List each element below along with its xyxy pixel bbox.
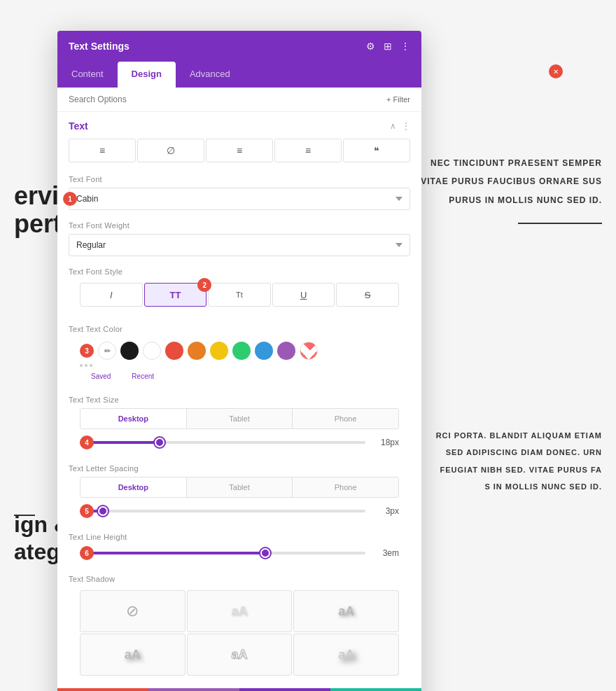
text-font-weight-group: Text Font Weight Regular Bold Light <box>57 216 421 262</box>
color-labels-row: Saved Recent <box>69 371 410 384</box>
shadow-none-btn[interactable]: ⊘ <box>80 590 186 632</box>
recent-colors-label[interactable]: Recent <box>132 372 154 380</box>
bg-text-bottom-right: RCI PORTA. BLANDIT ALIQUAM ETIAM SED ADI… <box>436 427 602 495</box>
line-height-slider-row: 3em 6 <box>69 545 410 564</box>
badge-6: 6 <box>80 546 94 560</box>
section-title: Text <box>69 120 88 132</box>
style-buttons-row: I TT 2 Tt U S <box>69 280 410 314</box>
bold-tt-btn[interactable]: TT 2 <box>144 283 207 307</box>
text-color-label: Text Text Color <box>69 325 410 333</box>
shadow-dark-btn[interactable]: aA <box>80 634 186 676</box>
undo-button[interactable]: ↺ <box>148 688 239 691</box>
panel-footer: ✕ ↺ ↻ ✓ <box>57 688 421 691</box>
phone-tab-spacing[interactable]: Phone <box>293 477 398 497</box>
panel-title: Text Settings <box>69 41 130 52</box>
desktop-tab-size[interactable]: Desktop <box>80 409 187 428</box>
color-purple[interactable] <box>277 342 295 360</box>
search-input[interactable] <box>69 95 386 104</box>
line-height-group: Text Line Height 3em 6 <box>57 527 421 569</box>
shadow-medium-btn[interactable]: aA <box>293 590 399 632</box>
letter-spacing-label: Text Letter Spacing <box>69 464 410 473</box>
tab-content[interactable]: Content <box>57 62 118 88</box>
italic-btn[interactable]: I <box>80 283 143 307</box>
color-yellow[interactable] <box>210 342 228 360</box>
letter-spacing-device-tabs: Desktop Tablet Phone <box>80 477 399 498</box>
color-swatches-row: 3 ✏ <box>69 337 410 363</box>
align-none-btn[interactable]: ∅ <box>137 139 204 162</box>
strikethrough-btn[interactable]: S <box>336 283 399 307</box>
tab-advanced[interactable]: Advanced <box>176 62 244 88</box>
text-font-label: Text Font <box>69 175 410 183</box>
letter-spacing-thumb[interactable] <box>98 506 108 516</box>
color-red[interactable] <box>165 342 183 360</box>
text-size-group: Text Text Size Desktop Tablet Phone 18px… <box>57 390 421 459</box>
shadow-options-grid: ⊘ aA aA aA aA aA <box>69 587 410 683</box>
desktop-tab-spacing[interactable]: Desktop <box>80 477 187 497</box>
text-font-select[interactable]: Cabin Arial Georgia <box>69 188 410 210</box>
expand-icon[interactable]: ⊞ <box>384 41 392 52</box>
more-icon[interactable]: ⋮ <box>400 41 410 52</box>
shadow-outline-btn[interactable]: aA <box>187 634 293 676</box>
text-font-weight-label: Text Font Weight <box>69 221 410 230</box>
panel-tabs: Content Design Advanced <box>57 62 421 88</box>
align-list-btn[interactable]: ≡ <box>206 139 273 162</box>
underline-btn[interactable]: U <box>272 283 335 307</box>
phone-tab-size[interactable]: Phone <box>293 409 398 428</box>
color-green[interactable] <box>232 342 251 360</box>
line-height-value: 3em <box>372 548 399 558</box>
line-height-fill <box>80 552 265 554</box>
alignment-row: ≡ ∅ ≡ ≡ ❝ <box>57 136 421 169</box>
letter-spacing-slider-row: 3px 5 <box>69 503 410 522</box>
search-bar: + Filter <box>57 88 421 112</box>
section-header: Text ∧ ⋮ <box>57 112 421 136</box>
tab-design[interactable]: Design <box>118 62 176 88</box>
line-height-label: Text Line Height <box>69 533 410 541</box>
section-controls: ∧ ⋮ <box>390 121 410 131</box>
text-size-device-tabs: Desktop Tablet Phone <box>80 408 399 429</box>
redo-button[interactable]: ↻ <box>239 688 330 691</box>
bg-text-left: ervipert <box>14 182 62 237</box>
align-center-btn[interactable]: ≡ <box>69 139 136 162</box>
shadow-heavy-btn[interactable]: aA <box>293 634 399 676</box>
save-button[interactable]: ✓ <box>330 688 421 691</box>
text-font-style-label: Text Font Style <box>69 267 410 276</box>
letter-spacing-group: Text Letter Spacing Desktop Tablet Phone… <box>57 459 421 527</box>
collapse-icon[interactable]: ∧ <box>390 121 396 131</box>
badge-4: 4 <box>80 435 94 449</box>
text-size-slider-row: 18px 4 <box>69 435 410 453</box>
text-shadow-label: Text Shadow <box>69 575 410 583</box>
filter-button[interactable]: + Filter <box>386 95 410 104</box>
shadow-light-btn[interactable]: aA <box>187 590 293 632</box>
badge-5: 5 <box>80 504 94 518</box>
align-indent-btn[interactable]: ≡ <box>274 139 342 162</box>
color-transparent[interactable] <box>300 342 318 360</box>
text-size-thumb[interactable] <box>155 438 164 447</box>
eyedropper-btn[interactable]: ✏ <box>98 342 116 360</box>
badge-1: 1 <box>63 192 77 206</box>
text-font-weight-select[interactable]: Regular Bold Light <box>69 234 410 256</box>
text-size-label: Text Text Size <box>69 396 410 404</box>
bg-divider <box>518 223 602 224</box>
color-white[interactable] <box>143 342 161 360</box>
text-size-track <box>80 441 365 444</box>
text-settings-panel: Text Settings ⚙ ⊞ ⋮ Content Design Advan… <box>57 31 421 691</box>
small-caps-btn[interactable]: Tt <box>208 283 271 307</box>
text-font-style-group: Text Font Style I TT 2 Tt U S <box>57 262 421 319</box>
color-black[interactable] <box>120 342 139 360</box>
line-height-thumb[interactable] <box>260 548 270 558</box>
align-quote-btn[interactable]: ❝ <box>343 139 410 162</box>
color-orange[interactable] <box>188 342 206 360</box>
line-height-track <box>80 552 365 554</box>
section-more-icon[interactable]: ⋮ <box>402 121 410 131</box>
badge-3: 3 <box>80 344 94 358</box>
tablet-tab-size[interactable]: Tablet <box>187 409 293 428</box>
cancel-button[interactable]: ✕ <box>57 688 148 691</box>
settings-icon[interactable]: ⚙ <box>366 41 375 52</box>
saved-colors-label[interactable]: Saved <box>91 372 111 380</box>
tablet-tab-spacing[interactable]: Tablet <box>187 477 293 497</box>
close-button[interactable]: ✕ <box>549 64 563 78</box>
letter-spacing-track <box>80 510 365 512</box>
text-size-value: 18px <box>372 438 399 447</box>
color-blue[interactable] <box>255 342 273 360</box>
panel-header: Text Settings ⚙ ⊞ ⋮ <box>57 31 421 62</box>
